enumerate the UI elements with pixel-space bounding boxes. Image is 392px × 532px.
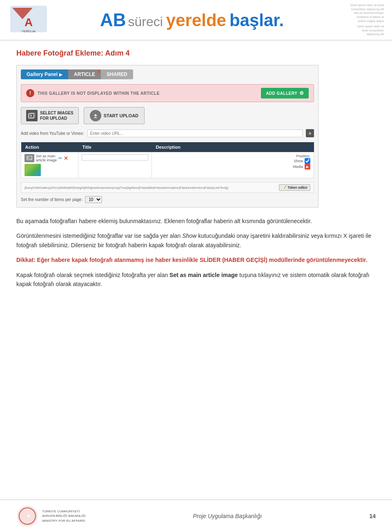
yerelde-logo-icon: A YERELde <box>8 4 49 34</box>
start-upload-icon <box>90 110 101 121</box>
token-row: [EasyCNNGallery|2511|Width|800|Height|80… <box>21 182 314 193</box>
warning-left: ! THIS GALLERY IS NOT DISPLAYED WITHIN T… <box>26 89 160 97</box>
token-editor-button[interactable]: 📝 Token editor <box>279 184 310 191</box>
media-row: Media ▶ <box>155 164 310 170</box>
description-cell: Position: Show Media ▶ <box>152 152 314 178</box>
table-row: Set as mainarticle image ✏ ✕ Position: <box>21 152 314 178</box>
main-content: Habere Fotoğraf Ekleme: Adım 4 Gallery P… <box>0 41 392 311</box>
title-cell[interactable] <box>78 152 152 178</box>
video-url-row: Add video from YouTube or Vimeo: + <box>21 129 314 137</box>
footer-logo: TÜRKİYE CUMHURİYETİ AVRUPA BİRLİĞİ BAKAN… <box>16 505 85 528</box>
brand-baslar: başlar. <box>229 11 284 30</box>
edit-icon[interactable]: ✏ <box>58 156 62 161</box>
p3-show-italic: Show <box>182 232 196 239</box>
action-icons: Set as mainarticle image ✏ ✕ <box>24 154 75 162</box>
page-title: Habere Fotoğraf Ekleme: Adım 4 <box>16 49 376 58</box>
media-icon: ▶ <box>305 164 310 170</box>
image-thumbnail <box>24 164 41 176</box>
tab-article[interactable]: ARTICLE <box>68 69 101 79</box>
footer-logo-text: TÜRKİYE CUMHURİYETİ AVRUPA BİRLİĞİ BAKAN… <box>42 509 85 523</box>
table-header-title: Title <box>78 142 152 152</box>
page-footer: TÜRKİYE CUMHURİYETİ AVRUPA BİRLİĞİ BAKAN… <box>0 499 392 532</box>
body-paragraph-1: Bu aşamada fotoğrafları habere eklemiş b… <box>16 217 376 226</box>
start-upload-text: START UPLOAD <box>104 113 138 118</box>
svg-point-6 <box>30 115 32 116</box>
warning-text: THIS GALLERY IS NOT DISPLAYED WITHIN THE… <box>38 91 160 96</box>
show-label: Show <box>294 159 303 163</box>
set-as-main-label: Set as mainarticle image <box>36 154 57 162</box>
upload-buttons-row: SELECT IMAGESFOR UPLOAD START UPLOAD <box>21 107 314 124</box>
gallery-tabs: Gallery Panel ▶ ARTICLE SHARED <box>21 69 314 79</box>
tab-arrow-icon: ▶ <box>59 72 62 77</box>
brand-yerelde: yerelde <box>166 11 226 30</box>
start-upload-button[interactable]: START UPLOAD <box>84 107 145 124</box>
title-input[interactable] <box>82 154 148 161</box>
show-row: Show <box>155 158 310 164</box>
gallery-panel-label: Gallery Panel <box>27 72 58 77</box>
image-upload-icon <box>28 112 36 119</box>
table-header-action: Action <box>21 142 78 152</box>
items-per-page-select[interactable]: 10 20 50 <box>85 196 102 203</box>
select-images-button[interactable]: SELECT IMAGESFOR UPLOAD <box>21 107 79 124</box>
tab-shared[interactable]: SHARED <box>101 69 133 79</box>
p1-text: Bu aşamada fotoğrafları habere eklemiş b… <box>16 218 163 224</box>
select-images-text: SELECT IMAGESFOR UPLOAD <box>40 110 74 121</box>
gallery-warning-bar: ! THIS GALLERY IS NOT DISPLAYED WITHIN T… <box>21 84 314 102</box>
p3-prefix: Görüntülenmesini istemediğiniz fotoğrafl… <box>16 232 182 239</box>
delete-icon[interactable]: ✕ <box>64 155 68 161</box>
token-text: [EasyCNNGallery|2511|Width|800|Height|80… <box>24 186 228 190</box>
article-tab-label: ARTICLE <box>74 72 95 77</box>
video-url-add-button[interactable]: + <box>306 129 314 137</box>
svg-point-11 <box>27 515 30 517</box>
select-images-icon <box>26 110 38 121</box>
body-paragraph-3: Görüntülenmesini istemediğiniz fotoğrafl… <box>16 231 376 250</box>
image-icon <box>27 156 32 161</box>
svg-text:A: A <box>24 16 33 29</box>
p5-prefix: Kapak fotoğrafı olarak seçmek istediğini… <box>16 272 169 278</box>
p2-text: Eklenen fotoğraflar haberin alt kısmında… <box>164 218 312 224</box>
article-tab-dot <box>98 70 100 73</box>
header-brand: AB süreci yerelde başlar. <box>53 10 331 30</box>
institution-line2: AVRUPA BİRLİĞİ BAKANLIĞI <box>42 514 85 518</box>
gallery-screenshot: Gallery Panel ▶ ARTICLE SHARED ! THIS GA… <box>16 65 318 208</box>
warning-paragraph: Dikkat: Eğer habere kapak fotoğrafı atan… <box>16 255 376 264</box>
token-editor-label: Token editor <box>287 186 307 190</box>
tab-gallery-panel[interactable]: Gallery Panel ▶ <box>21 69 68 79</box>
institution-line3: MINISTRY FOR EU AFFAIRS <box>42 519 85 523</box>
brand-ab: AB <box>100 10 126 30</box>
position-label: Position: <box>155 154 310 158</box>
warning-icon: ! <box>26 89 34 97</box>
footer-center-text: Proje Uygulama Başkanlığı <box>193 513 262 519</box>
add-gallery-button[interactable]: ADD GALLERY ⚙ <box>261 88 309 98</box>
body-paragraph-5: Kapak fotoğrafı olarak seçmek istediğini… <box>16 270 376 289</box>
video-url-label: Add video from YouTube or Vimeo: <box>21 131 84 136</box>
items-per-page-label: Set the number of items per page: <box>21 197 82 202</box>
token-editor-icon: 📝 <box>282 186 286 190</box>
show-checkbox[interactable] <box>305 158 310 164</box>
article-image-icon <box>24 154 34 162</box>
gear-icon: ⚙ <box>299 90 304 96</box>
video-url-input[interactable] <box>87 130 303 137</box>
table-header-description: Description <box>152 142 314 152</box>
header-logo-left: A YERELde <box>8 4 53 36</box>
upload-arrow-icon <box>92 112 99 119</box>
add-gallery-label: ADD GALLERY <box>266 91 297 96</box>
institution-line1: TÜRKİYE CUMHURİYETİ <box>42 509 85 514</box>
brand-sureci: süreci <box>128 14 163 29</box>
ministry-logo-icon <box>16 505 39 528</box>
items-per-page-row: Set the number of items per page: 10 20 … <box>21 196 314 203</box>
gallery-table: Action Title Description <box>21 142 314 178</box>
action-cell: Set as mainarticle image ✏ ✕ <box>21 152 78 178</box>
shared-tab-label: SHARED <box>107 72 127 77</box>
page-header: A YERELde AB süreci yerelde başlar. lore… <box>0 0 392 41</box>
svg-text:YERELde: YERELde <box>21 29 36 33</box>
media-label: Media <box>293 165 303 169</box>
footer-page-number: 14 <box>369 513 376 519</box>
header-right-text: lorem ipsum dolor sit amet consectetur a… <box>331 3 384 36</box>
p5-bold: Set as main article image <box>169 272 238 278</box>
